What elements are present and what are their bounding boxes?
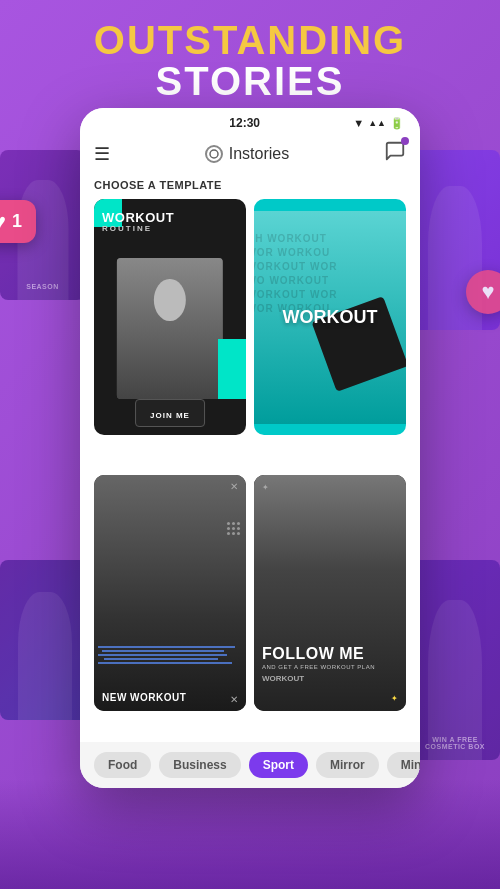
- logo-svg: [209, 149, 219, 159]
- workout-bottom-label: WORKOUT: [262, 674, 398, 683]
- heart-badge-right: ♥: [466, 270, 500, 314]
- phone-frame: 12:30 ▼ ▲▲ 🔋 ☰ Instories: [80, 108, 420, 788]
- wave-line: [98, 654, 227, 656]
- card-1-inner: WORKOUT ROUTINE JOIN ME: [94, 199, 246, 435]
- template-card-follow-me[interactable]: ✦ FOLLOW ME AND GET A FREE WORKOUT PLAN …: [254, 475, 406, 711]
- status-time: 12:30: [229, 116, 260, 130]
- bg-collage-bottom-left: [0, 560, 90, 720]
- rep-line-2: WOR WORKOU: [254, 246, 406, 260]
- rep-line-4: WO WORKOUT: [254, 274, 406, 288]
- dot: [237, 532, 240, 535]
- category-bar: Food Business Sport Mirror Mind: [80, 742, 420, 788]
- workout-routine-text: WORKOUT ROUTINE: [102, 211, 174, 234]
- status-icons: ▼ ▲▲ 🔋: [353, 117, 404, 130]
- wave-lines: [94, 646, 246, 664]
- dot: [227, 527, 230, 530]
- star-top-left: ✦: [262, 483, 269, 492]
- heart-icon: ♥: [0, 210, 6, 233]
- app-header: ☰ Instories: [80, 134, 420, 175]
- person-silhouette-1: [117, 258, 223, 400]
- headline-area: OUTSTANDING STORIES: [0, 18, 500, 104]
- template-card-workout-routine[interactable]: WORKOUT ROUTINE JOIN ME: [94, 199, 246, 435]
- big-workout-label: WORKOUT: [283, 307, 378, 328]
- headline-outstanding: OUTSTANDING: [0, 18, 500, 63]
- logo-circle: [205, 145, 223, 163]
- headline-stories: STORIES: [0, 59, 500, 104]
- category-food[interactable]: Food: [94, 752, 151, 778]
- dot: [237, 522, 240, 525]
- teal-accent-bottomright: [218, 339, 246, 399]
- chat-button[interactable]: [384, 140, 406, 167]
- card-3-inner: ✕ NEW WORKOUT ✕: [94, 475, 246, 711]
- x-mark-top: ✕: [230, 481, 238, 492]
- card-4-inner: ✦ FOLLOW ME AND GET A FREE WORKOUT PLAN …: [254, 475, 406, 711]
- rep-line-1: OH WORKOUT: [254, 232, 406, 246]
- template-grid: WORKOUT ROUTINE JOIN ME: [80, 199, 420, 742]
- header-title-area: Instories: [205, 145, 289, 163]
- person-image-3: [94, 475, 246, 711]
- category-mind[interactable]: Mind: [387, 752, 420, 778]
- routine-label: ROUTINE: [102, 225, 174, 234]
- status-bar: 12:30 ▼ ▲▲ 🔋: [80, 108, 420, 134]
- join-me-label: JOIN ME: [150, 411, 190, 420]
- section-label: CHOOSE A TEMPLATE: [80, 175, 420, 199]
- category-sport[interactable]: Sport: [249, 752, 308, 778]
- wave-line: [98, 646, 235, 648]
- follow-me-text-block: FOLLOW ME AND GET A FREE WORKOUT PLAN WO…: [262, 646, 398, 683]
- bg-text-tl: SEASON: [4, 283, 81, 290]
- dot: [232, 532, 235, 535]
- dot: [232, 527, 235, 530]
- svg-point-0: [210, 150, 218, 158]
- category-business[interactable]: Business: [159, 752, 240, 778]
- person-image-1: [117, 258, 223, 400]
- category-mirror[interactable]: Mirror: [316, 752, 379, 778]
- rep-line-3: WORKOUT WOR: [254, 260, 406, 274]
- dot-pattern: [227, 522, 240, 535]
- battery-icon: 🔋: [390, 117, 404, 130]
- bg-collage-bottom-right: Win a free cosmetic box: [410, 560, 500, 760]
- dot: [227, 522, 230, 525]
- workout-big-label: WORKOUT: [102, 211, 174, 225]
- template-card-new-workout[interactable]: ✕ NEW WORKOUT ✕: [94, 475, 246, 711]
- like-badge: ♥ 1: [0, 200, 36, 243]
- template-card-workout-cyan[interactable]: OH WORKOUT WOR WORKOU WORKOUT WOR WO WOR…: [254, 199, 406, 435]
- follow-me-subtitle: AND GET A FREE WORKOUT PLAN: [262, 664, 398, 672]
- follow-me-title: FOLLOW ME: [262, 646, 398, 662]
- dot: [237, 527, 240, 530]
- app-title: Instories: [229, 145, 289, 163]
- wave-line: [104, 658, 218, 660]
- heart-right-icon: ♥: [481, 279, 494, 305]
- signal-icon: ▼: [353, 117, 364, 129]
- card-2-inner: OH WORKOUT WOR WORKOU WORKOUT WOR WO WOR…: [254, 199, 406, 435]
- dot: [232, 522, 235, 525]
- wave-line: [102, 650, 224, 652]
- wave-line: [98, 662, 232, 664]
- new-workout-label: NEW WORKOUT: [102, 692, 186, 703]
- star-bottom-right: ✦: [391, 694, 398, 703]
- bg-text-br: Win a free cosmetic box: [414, 736, 496, 750]
- wifi-icon: ▲▲: [368, 118, 386, 128]
- person-shape: [18, 592, 72, 720]
- join-me-button[interactable]: JOIN ME: [135, 399, 205, 427]
- menu-icon[interactable]: ☰: [94, 143, 110, 165]
- dot: [227, 532, 230, 535]
- like-count: 1: [12, 211, 22, 232]
- phone-mockup: 12:30 ▼ ▲▲ 🔋 ☰ Instories: [80, 108, 420, 788]
- chat-notification-badge: [401, 137, 409, 145]
- bottom-gradient: [0, 779, 500, 889]
- x-mark-bottom: ✕: [230, 694, 238, 705]
